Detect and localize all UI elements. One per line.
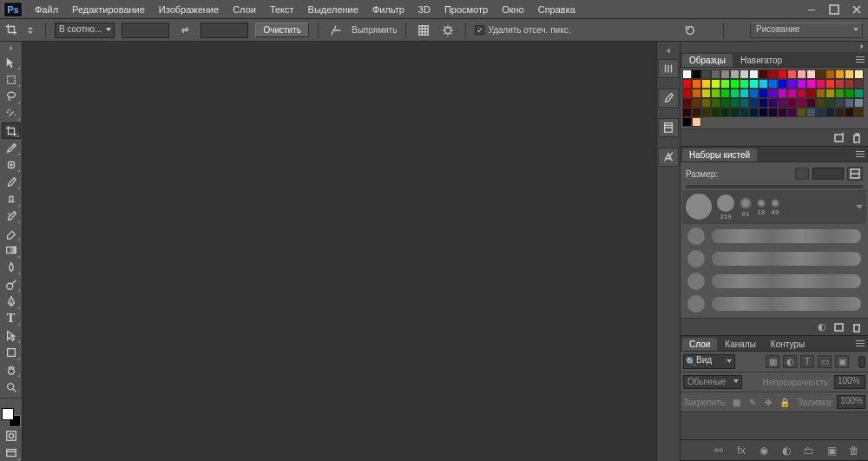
swatch[interactable]	[845, 69, 854, 79]
lasso-tool[interactable]	[2, 89, 21, 105]
swatch[interactable]	[787, 79, 797, 89]
crop-height-input[interactable]	[201, 23, 248, 38]
right-dock-collapse-icon[interactable]	[681, 42, 868, 52]
swatch[interactable]	[787, 89, 797, 98]
workspace-dropdown[interactable]: Рисование	[750, 23, 863, 38]
brush-visibility-icon[interactable]: ◐	[816, 321, 828, 333]
dock-panel-button-1[interactable]	[658, 59, 679, 78]
menu-редактирование[interactable]: Редактирование	[65, 2, 152, 17]
filter-toggle-switch[interactable]	[858, 356, 865, 368]
brush-preview-stroke[interactable]	[712, 297, 861, 311]
dodge-tool[interactable]	[2, 276, 21, 293]
swatch[interactable]	[711, 108, 720, 117]
delete-layer-icon[interactable]: 🗑	[847, 444, 861, 458]
brush-preset-thumb[interactable]	[686, 194, 712, 221]
swatch[interactable]	[682, 108, 692, 117]
crop-tool[interactable]	[2, 122, 21, 139]
swatch[interactable]	[749, 108, 759, 117]
swatch[interactable]	[740, 69, 749, 79]
brush-preview-stroke[interactable]	[712, 274, 861, 288]
menu-выделение[interactable]: Выделение	[301, 2, 365, 17]
new-layer-icon[interactable]: ▣	[825, 444, 838, 458]
swatch[interactable]	[825, 98, 835, 108]
swatch[interactable]	[682, 98, 692, 108]
swatch[interactable]	[759, 108, 768, 117]
swatch[interactable]	[825, 89, 835, 98]
opacity-input[interactable]: 100%	[834, 375, 865, 389]
swatch[interactable]	[711, 69, 720, 79]
delete-cropped-checkbox[interactable]: ✓Удалить отсеч. пикс.	[475, 25, 570, 35]
swatch[interactable]	[768, 108, 778, 117]
swatch[interactable]	[692, 69, 701, 79]
swap-dimensions-button[interactable]: ⇄	[176, 22, 194, 39]
lock-position-icon[interactable]: ✥	[762, 396, 774, 409]
swatch[interactable]	[711, 98, 720, 108]
color-swatches[interactable]	[2, 408, 21, 427]
pen-tool[interactable]	[2, 293, 21, 310]
swatch[interactable]	[682, 117, 692, 127]
new-swatch-button[interactable]	[833, 132, 845, 144]
swatch[interactable]	[778, 79, 787, 89]
brush-preview-dot[interactable]	[687, 295, 705, 313]
swatch[interactable]	[768, 89, 778, 98]
swatch[interactable]	[845, 89, 854, 98]
swatch[interactable]	[778, 108, 787, 117]
window-minimize-button[interactable]: ─	[800, 1, 823, 18]
tab-navigator[interactable]: Навигатор	[733, 54, 789, 67]
grid-overlay-button[interactable]	[415, 22, 432, 39]
swatch[interactable]	[701, 89, 711, 98]
layer-mask-icon[interactable]: ◉	[757, 444, 771, 458]
blend-mode-dropdown[interactable]: Обычные	[683, 375, 742, 389]
brush-reset-button[interactable]	[795, 168, 809, 180]
menu-текст[interactable]: Текст	[263, 2, 301, 17]
swatch[interactable]	[749, 69, 759, 79]
swatch[interactable]	[816, 108, 825, 117]
eyedropper-tool[interactable]	[2, 140, 21, 156]
swatch[interactable]	[720, 108, 730, 117]
brush-panel-menu-icon[interactable]	[854, 148, 866, 160]
swatch[interactable]	[720, 89, 730, 98]
swatch[interactable]	[701, 79, 711, 89]
swatches-panel-menu-icon[interactable]	[854, 53, 866, 65]
brush-preset-thumb[interactable]: 49	[771, 199, 779, 216]
swatch[interactable]	[749, 98, 759, 108]
layer-style-icon[interactable]: fx	[734, 444, 748, 458]
collapsed-dock-expand-icon[interactable]	[662, 45, 674, 56]
swatch[interactable]	[797, 69, 806, 79]
brush-preview-dot[interactable]	[687, 250, 705, 267]
lock-pixels-icon[interactable]: ✎	[746, 396, 759, 409]
move-tool[interactable]	[2, 55, 21, 71]
brush-size-input[interactable]	[812, 168, 844, 180]
swatch[interactable]	[730, 98, 740, 108]
path-selection-tool[interactable]	[2, 327, 21, 344]
swatch[interactable]	[720, 69, 730, 79]
healing-brush-tool[interactable]	[2, 157, 21, 174]
dock-panel-button-2[interactable]	[658, 89, 679, 108]
swatch[interactable]	[768, 69, 778, 79]
swatch[interactable]	[835, 79, 845, 89]
eraser-tool[interactable]	[2, 225, 21, 241]
swatch[interactable]	[806, 89, 816, 98]
marquee-tool[interactable]	[2, 71, 21, 88]
dock-panel-button-4[interactable]	[658, 148, 679, 167]
swatch[interactable]	[854, 108, 864, 117]
filter-type-icon[interactable]: T	[800, 355, 814, 368]
swatch[interactable]	[797, 98, 806, 108]
crop-width-input[interactable]	[122, 23, 169, 38]
brush-size-slider[interactable]	[686, 185, 863, 188]
adjustment-layer-icon[interactable]: ◐	[779, 444, 793, 458]
menu-3d[interactable]: 3D	[411, 2, 437, 17]
window-close-button[interactable]	[845, 1, 868, 18]
swatch[interactable]	[797, 89, 806, 98]
lock-all-icon[interactable]: 🔒	[779, 396, 791, 409]
brush-preview-stroke[interactable]	[712, 252, 861, 266]
swatch[interactable]	[740, 108, 749, 117]
swatch[interactable]	[701, 108, 711, 117]
swatch[interactable]	[787, 69, 797, 79]
brush-preset-thumb[interactable]: 91	[740, 197, 752, 218]
tab-brush-presets[interactable]: Наборы кистей	[682, 148, 757, 161]
menu-слои[interactable]: Слои	[226, 2, 263, 17]
menu-файл[interactable]: Файл	[28, 2, 65, 17]
swatch[interactable]	[759, 98, 768, 108]
swatch[interactable]	[778, 69, 787, 79]
